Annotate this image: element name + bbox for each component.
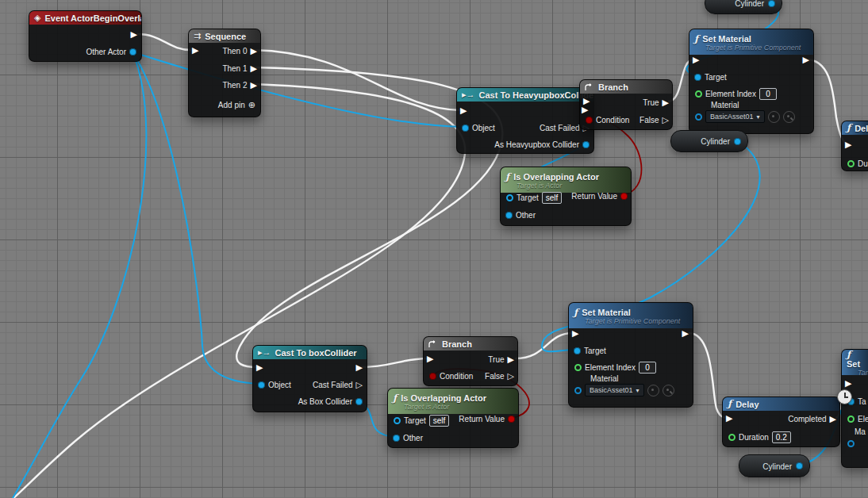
pin-row-then1: ▶ Then 1 xyxy=(222,63,257,74)
node-header: ƒ Del xyxy=(842,121,868,135)
exec-out-pin[interactable]: ▶ xyxy=(131,29,137,40)
pill-cylinder-top[interactable]: Cylinder xyxy=(705,0,782,14)
exec-in-pin[interactable]: ▶ xyxy=(845,378,851,389)
element-index-pin[interactable] xyxy=(847,416,855,423)
node-header: ƒ Set Material Target is Primitive Compo… xyxy=(689,29,813,55)
material-pin[interactable] xyxy=(847,440,855,447)
pin-label: Return Value xyxy=(459,415,505,423)
node-set-material-top[interactable]: ƒ Set Material Target is Primitive Compo… xyxy=(689,29,814,134)
node-title: Cast To boxCollider xyxy=(275,348,357,358)
cylinder-output-pin[interactable] xyxy=(734,138,741,145)
browse-asset-button[interactable] xyxy=(783,111,795,123)
node-delay-right-clipped[interactable]: ƒ Del ▶ Du xyxy=(841,121,868,171)
element-index-pin[interactable] xyxy=(574,364,582,371)
return-value-pin[interactable] xyxy=(508,416,515,423)
pin-label: Target xyxy=(705,73,727,82)
exec-in-pin[interactable]: ▶ xyxy=(726,413,732,423)
node-sequence[interactable]: ⇉ Sequence ▶ ▶ Then 0 ▶ Then 1 ▶ Then 2 … xyxy=(188,29,261,117)
cast-failed-exec-pin[interactable]: ▷ xyxy=(356,380,363,390)
then0-exec-pin[interactable]: ▶ xyxy=(251,46,257,56)
element-index-value[interactable]: 0 xyxy=(759,88,777,100)
node-cast-to-heavyupboxcollider[interactable]: ▸→ Cast To HeavyupboxCollider ▶ Object ▷… xyxy=(456,87,594,154)
material-pin[interactable] xyxy=(574,387,582,394)
cylinder-output-pin[interactable] xyxy=(796,462,803,469)
pin-label: Then 2 xyxy=(222,81,247,90)
node-is-overlapping-actor-top[interactable]: ƒ Is Overlapping Actor Target is Actor T… xyxy=(500,167,632,226)
element-index-pin[interactable] xyxy=(695,90,702,98)
element-index-value[interactable]: 0 xyxy=(639,362,656,374)
exec-in-pin[interactable]: ▶ xyxy=(427,354,433,364)
then1-exec-pin[interactable]: ▶ xyxy=(251,63,257,74)
node-set-material-middle[interactable]: ƒ Set Material Target is Primitive Compo… xyxy=(568,302,693,408)
add-pin-icon[interactable]: ⊕ xyxy=(248,100,255,110)
false-exec-pin[interactable]: ▷ xyxy=(508,371,514,381)
material-label: Material xyxy=(711,101,739,109)
true-exec-pin[interactable]: ▶ xyxy=(508,354,514,365)
chevron-down-icon: ▾ xyxy=(636,387,639,394)
pin-label: True xyxy=(488,355,504,364)
exec-out-pin[interactable]: ▶ xyxy=(803,55,809,65)
target-pin[interactable] xyxy=(506,194,513,201)
target-pin[interactable] xyxy=(694,74,701,81)
material-pin[interactable] xyxy=(695,113,702,121)
pin-row-return-value: Return Value xyxy=(571,190,628,201)
add-pin-label: Add pin xyxy=(218,101,245,109)
return-value-pin[interactable] xyxy=(620,193,628,200)
object-pin[interactable] xyxy=(462,125,469,132)
browse-asset-button[interactable] xyxy=(663,385,674,396)
other-pin[interactable] xyxy=(505,212,513,219)
duration-value[interactable]: 0.2 xyxy=(772,431,791,443)
node-set-material-right-clipped[interactable]: ƒ Set Tar ▶ Ta Ele Ma xyxy=(841,349,868,468)
blueprint-graph-canvas[interactable]: ◈ Event ActorBeginOverlap ▶ Other Actor … xyxy=(0,0,868,498)
exec-in-pin[interactable]: ▶ xyxy=(845,140,851,150)
material-dropdown[interactable]: BasicAsset01 ▾ xyxy=(585,384,644,396)
other-actor-pin[interactable] xyxy=(129,48,136,56)
condition-pin[interactable] xyxy=(429,373,436,380)
target-value[interactable]: self xyxy=(542,192,563,204)
exec-out-pin[interactable]: ▶ xyxy=(356,362,363,373)
exec-in-pin[interactable]: ▶ xyxy=(572,328,578,339)
object-pin[interactable] xyxy=(258,381,265,389)
as-heavyupbox-collider-pin[interactable] xyxy=(582,141,590,148)
node-title: Set xyxy=(847,359,860,369)
function-icon: ƒ xyxy=(694,35,698,44)
then2-exec-pin[interactable]: ▶ xyxy=(251,80,257,90)
exec-in-pin[interactable]: ▶ xyxy=(693,55,699,65)
node-branch-top[interactable]: Branch ▶ Condition ▶ True ▷ False xyxy=(579,79,673,130)
pin-label: Cast Failed xyxy=(313,381,353,389)
event-icon: ◈ xyxy=(34,13,40,22)
exec-in-pin[interactable]: ▶ xyxy=(460,105,467,116)
duration-pin[interactable] xyxy=(847,160,855,167)
node-branch-bottom[interactable]: Branch ▶ Condition ▶ True ▷ False xyxy=(423,336,518,386)
use-asset-button[interactable] xyxy=(768,111,780,123)
completed-exec-pin[interactable]: ▶ xyxy=(830,414,836,424)
node-is-overlapping-actor-bottom[interactable]: ƒ Is Overlapping Actor Target is Actor T… xyxy=(387,388,519,448)
exec-out-pin[interactable]: ▶ xyxy=(682,328,689,339)
cylinder-output-pin[interactable] xyxy=(768,0,775,7)
exec-in-pin[interactable]: ▶ xyxy=(192,45,198,56)
other-pin[interactable] xyxy=(393,435,400,442)
target-value[interactable]: self xyxy=(429,415,450,427)
pin-row-material: BasicAsset01 ▾ xyxy=(574,385,674,396)
target-pin[interactable] xyxy=(574,347,581,354)
pin-label: Then 0 xyxy=(222,47,247,56)
duration-pin[interactable] xyxy=(728,434,735,441)
node-delay[interactable]: ƒ Delay ▶ ▶ Completed Duration 0.2 xyxy=(722,396,840,447)
as-box-collider-pin[interactable] xyxy=(355,398,363,405)
use-asset-button[interactable] xyxy=(647,385,659,396)
pill-cylinder-bottom[interactable]: Cylinder xyxy=(739,454,810,477)
material-dropdown[interactable]: BasicAsset01 ▾ xyxy=(705,110,765,123)
node-subtitle: Tar xyxy=(858,369,868,376)
cast-heavy-exec-out-pin[interactable]: ▶ xyxy=(582,105,588,115)
target-pin[interactable] xyxy=(394,417,401,424)
node-subtitle: Target is Actor xyxy=(404,403,512,411)
condition-pin[interactable] xyxy=(586,117,593,124)
pill-cylinder-middle[interactable]: Cylinder xyxy=(670,130,748,152)
wire-exec-castbox-to-branchbot xyxy=(359,358,428,367)
node-event-actorbeginoverlap[interactable]: ◈ Event ActorBeginOverlap ▶ Other Actor xyxy=(29,10,142,62)
pin-label: Then 1 xyxy=(222,64,247,73)
true-exec-pin[interactable]: ▶ xyxy=(663,98,669,108)
exec-in-pin[interactable]: ▶ xyxy=(256,362,263,373)
false-exec-pin[interactable]: ▷ xyxy=(663,115,669,125)
node-cast-to-boxcollider[interactable]: ▸→ Cast To boxCollider ▶ ▶ Object ▷ Cast… xyxy=(252,345,367,412)
